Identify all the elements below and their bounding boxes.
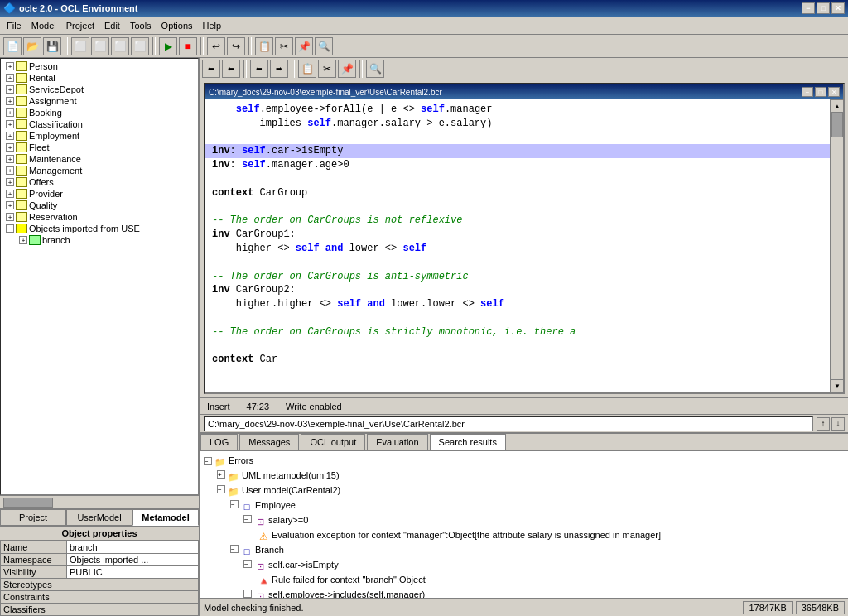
close-button[interactable]: ✕ [831,2,845,14]
expand-car-rule[interactable]: − [243,560,252,568]
menu-help[interactable]: Help [198,19,227,32]
expand-rental[interactable]: + [6,74,14,82]
tree-item-provider[interactable]: + Provider [6,188,196,200]
minimize-button[interactable]: − [802,2,815,14]
error-item-uml[interactable]: + 📁 UML metamodel(uml15) [217,469,845,484]
tab-usermodel[interactable]: UserModel [66,509,132,526]
bottom-content[interactable]: − 📁 Errors + 📁 UML metamodel(uml15) − 📁 … [200,451,848,598]
tree-item-person[interactable]: + Person [6,60,196,72]
tree-item-quality[interactable]: + Quality [6,200,196,211]
tree-item-classification[interactable]: + Classification [6,118,196,130]
editor-maximize[interactable]: □ [815,87,826,97]
toolbar-btn6[interactable]: ⬜ [111,37,129,55]
menu-tools[interactable]: Tools [125,19,157,32]
tab-metamodel[interactable]: Metamodel [132,509,199,526]
expand-provider[interactable]: + [6,190,14,198]
expand-employee[interactable]: − [230,500,238,508]
toolbar-btn4[interactable]: ⬜ [71,37,89,55]
toolbar-btn14[interactable]: ✂ [275,37,293,55]
editor-btn2[interactable]: ⬅ [222,60,240,78]
scroll-thumb[interactable] [831,113,843,137]
expand-servicedepot[interactable]: + [6,85,14,94]
tree-item-servicedepot[interactable]: + ServiceDepot [6,84,196,95]
expand-fleet[interactable]: + [6,143,14,152]
model-tree[interactable]: + Person + Rental + ServiceDepot + Assig… [0,58,199,495]
tree-item-rental[interactable]: + Rental [6,72,196,84]
tree-scrollbar[interactable] [0,495,199,508]
open-button[interactable]: 📂 [23,37,41,55]
redo-button[interactable]: ↪ [227,37,245,55]
toolbar-btn5[interactable]: ⬜ [91,37,109,55]
error-item-errors[interactable]: − 📁 Errors [204,455,845,469]
editor-paste[interactable]: 📌 [338,60,356,78]
tree-item-assignment[interactable]: + Assignment [6,95,196,107]
expand-branch[interactable]: + [19,236,27,244]
expand-employee-rule[interactable]: − [243,590,252,598]
editor-btn3[interactable]: ⬅ [250,60,268,78]
menu-file[interactable]: File [2,19,26,32]
scroll-up[interactable]: ▲ [831,99,844,113]
editor-cut[interactable]: ✂ [318,60,336,78]
prop-name-value[interactable]: branch [67,541,199,554]
expand-booking[interactable]: + [6,108,14,117]
expand-person[interactable]: + [6,62,14,70]
nav-up[interactable]: ↑ [817,417,830,431]
menu-edit[interactable]: Edit [99,19,125,32]
expand-usermodel[interactable]: − [217,485,225,493]
expand-assignment[interactable]: + [6,97,14,105]
menu-options[interactable]: Options [157,19,198,32]
editor-close[interactable]: ✕ [828,87,840,97]
tab-search-results[interactable]: Search results [430,434,506,450]
expand-classification[interactable]: + [6,120,14,128]
new-button[interactable]: 📄 [3,37,22,55]
undo-button[interactable]: ↩ [207,37,225,55]
expand-uml[interactable]: + [217,470,225,479]
tree-item-reservation[interactable]: + Reservation [6,211,196,223]
toolbar-btn16[interactable]: 🔍 [315,37,333,55]
tab-messages[interactable]: Messages [239,434,299,450]
expand-errors[interactable]: − [204,455,212,465]
editor-minimize[interactable]: − [802,87,813,97]
error-item-usermodel[interactable]: − 📁 User model(CarRental2) [217,484,845,499]
scroll-track[interactable] [831,113,843,379]
expand-quality[interactable]: + [6,201,14,209]
run-button[interactable]: ▶ [159,37,177,55]
menu-model[interactable]: Model [26,19,61,32]
expand-offers[interactable]: + [6,178,14,186]
toolbar-btn15[interactable]: 📌 [295,37,313,55]
scroll-down[interactable]: ▼ [831,379,844,392]
editor-copy[interactable]: 📋 [298,60,316,78]
expand-salary[interactable]: − [243,515,252,523]
tree-item-maintenance[interactable]: + Maintenance [6,153,196,165]
editor-code[interactable]: self.employee->forAll(e | e <> self.mana… [205,99,830,392]
expand-objects-imported[interactable]: − [6,224,14,233]
tab-log[interactable]: LOG [200,434,238,450]
toolbar-btn7[interactable]: ⬜ [131,37,149,55]
tree-item-employment[interactable]: + Employment [6,130,196,142]
error-item-employee-rule[interactable]: − ⊡ self.employee->includes(self.manager… [243,589,845,598]
tab-evaluation[interactable]: Evaluation [367,434,427,450]
tree-item-offers[interactable]: + Offers [6,176,196,188]
maximize-button[interactable]: □ [817,2,830,14]
tab-ocl-output[interactable]: OCL output [301,434,365,450]
stop-button[interactable]: ■ [179,37,197,55]
expand-employment[interactable]: + [6,132,14,140]
expand-maintenance[interactable]: + [6,155,14,163]
menu-project[interactable]: Project [61,19,99,32]
tree-item-branch[interactable]: + branch [19,234,196,246]
editor-vscroll[interactable]: ▲ ▼ [830,99,843,392]
tab-project[interactable]: Project [0,509,66,526]
tree-item-fleet[interactable]: + Fleet [6,142,196,153]
editor-btn1[interactable]: ⬅ [202,60,220,78]
expand-reservation[interactable]: + [6,213,14,221]
expand-branch-errors[interactable]: − [230,545,238,553]
error-item-car-rule[interactable]: − ⊡ self.car->isEmpty [243,559,845,574]
path-input[interactable] [204,416,813,431]
prop-visibility-value[interactable]: PUBLIC [67,566,199,579]
tree-item-management[interactable]: + Management [6,165,196,176]
save-button[interactable]: 💾 [43,37,61,55]
expand-management[interactable]: + [6,166,14,175]
prop-namespace-value[interactable]: Objects imported ... [67,554,199,566]
nav-down[interactable]: ↓ [831,417,845,431]
tree-scrollbar-thumb[interactable] [3,498,53,508]
